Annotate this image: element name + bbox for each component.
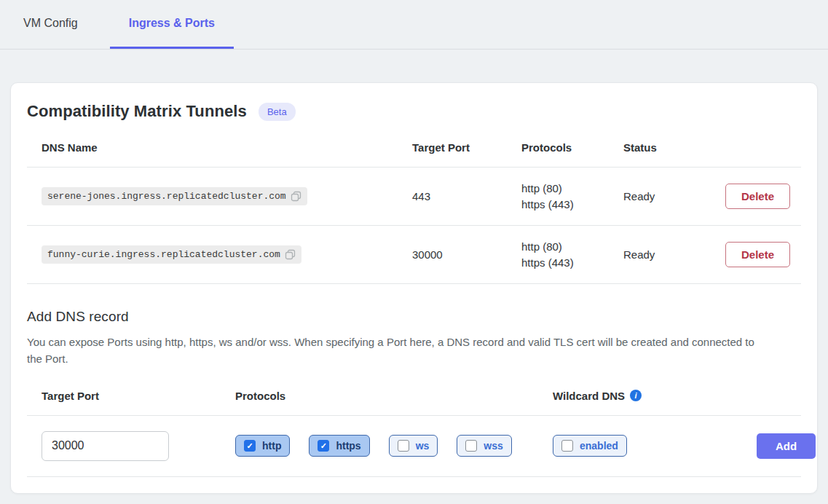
form-label-target-port: Target Port: [42, 390, 235, 402]
add-form-row: http https ws wss enabled Add: [27, 416, 801, 477]
add-dns-record-description: You can expose Ports using http, https, …: [27, 334, 762, 368]
target-port-field-cell: [42, 431, 235, 461]
col-header-target-port: Target Port: [412, 141, 521, 154]
copy-icon[interactable]: [291, 191, 301, 202]
protocol-label: wss: [484, 440, 502, 452]
protocol-line: https (443): [521, 197, 623, 213]
add-dns-record-title: Add DNS record: [27, 309, 801, 325]
checkbox-icon: [398, 440, 409, 452]
delete-button[interactable]: Delete: [725, 242, 790, 267]
dns-name-cell: serene-jones.ingress.replicatedcluster.c…: [42, 187, 412, 205]
status-cell: Ready: [623, 248, 725, 261]
protocols-cell: http (80) https (443): [521, 181, 623, 213]
protocol-chip-group: http https ws wss: [235, 435, 553, 457]
checkbox-icon: [318, 440, 329, 452]
table-row: serene-jones.ingress.replicatedcluster.c…: [27, 168, 801, 226]
protocol-checkbox-wss[interactable]: wss: [457, 435, 511, 457]
tab-bar: VM Config Ingress & Ports: [0, 0, 828, 50]
dns-name-text: funny-curie.ingress.replicatedcluster.co…: [47, 249, 280, 260]
dns-name-cell: funny-curie.ingress.replicatedcluster.co…: [42, 245, 412, 264]
add-form-header-row: Target Port Protocols Wildcard DNS i: [27, 390, 801, 416]
dns-name-pill: funny-curie.ingress.replicatedcluster.co…: [42, 245, 301, 264]
add-button[interactable]: Add: [757, 433, 816, 459]
form-label-actions: [757, 390, 786, 402]
wildcard-dns-cell: enabled: [553, 435, 757, 457]
protocol-checkbox-ws[interactable]: ws: [389, 435, 438, 457]
wildcard-enabled-label: enabled: [580, 440, 618, 452]
protocol-label: https: [336, 440, 360, 452]
form-label-protocols: Protocols: [235, 390, 553, 402]
card-title: Compatibility Matrix Tunnels: [27, 102, 247, 121]
actions-cell: Delete: [725, 184, 790, 209]
col-header-status: Status: [623, 141, 725, 154]
col-header-protocols: Protocols: [521, 141, 623, 154]
form-label-wildcard-dns: Wildcard DNS i: [553, 390, 757, 402]
col-header-dns-name: DNS Name: [42, 141, 412, 154]
dns-name-pill: serene-jones.ingress.replicatedcluster.c…: [42, 187, 307, 205]
target-port-input[interactable]: [42, 431, 169, 461]
info-icon[interactable]: i: [630, 390, 642, 401]
checkbox-icon: [244, 440, 256, 452]
protocol-line: http (80): [521, 239, 623, 255]
target-port-cell: 443: [412, 190, 521, 202]
dns-name-text: serene-jones.ingress.replicatedcluster.c…: [47, 191, 286, 202]
beta-badge: Beta: [259, 103, 296, 121]
tunnels-card: Compatibility Matrix Tunnels Beta DNS Na…: [10, 82, 818, 494]
target-port-cell: 30000: [412, 248, 521, 261]
actions-cell: Delete: [725, 242, 790, 267]
tab-vm-config[interactable]: VM Config: [22, 7, 79, 49]
table-header-row: DNS Name Target Port Protocols Status: [27, 137, 801, 168]
table-row: funny-curie.ingress.replicatedcluster.co…: [27, 226, 801, 284]
wildcard-dns-label: Wildcard DNS: [553, 390, 625, 402]
delete-button[interactable]: Delete: [725, 184, 790, 209]
protocol-checkbox-https[interactable]: https: [309, 435, 369, 457]
copy-icon[interactable]: [285, 249, 296, 260]
checkbox-icon: [465, 440, 477, 452]
protocol-label: ws: [416, 440, 430, 452]
protocol-checkbox-http[interactable]: http: [235, 435, 290, 457]
protocols-cell: http (80) https (443): [521, 239, 623, 271]
status-cell: Ready: [623, 190, 725, 202]
protocol-line: https (443): [521, 255, 623, 271]
add-button-cell: Add: [757, 433, 816, 459]
checkbox-icon: [561, 440, 573, 452]
card-title-row: Compatibility Matrix Tunnels Beta: [27, 102, 801, 121]
wildcard-enabled-checkbox[interactable]: enabled: [553, 435, 627, 457]
protocol-label: http: [262, 440, 281, 452]
tab-ingress-ports[interactable]: Ingress & Ports: [110, 7, 234, 49]
protocol-line: http (80): [521, 181, 623, 197]
